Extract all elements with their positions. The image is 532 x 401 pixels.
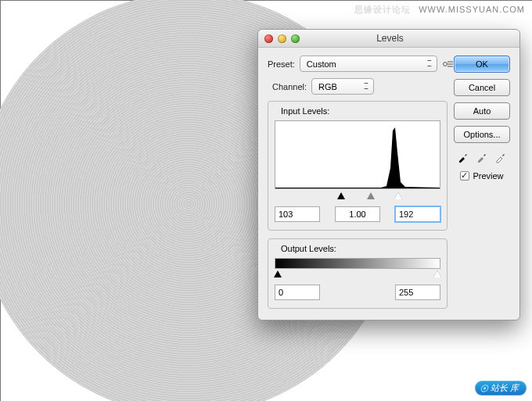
highlight-slider-handle[interactable] (394, 192, 402, 199)
preview-checkbox[interactable] (460, 171, 469, 181)
preview-checkbox-row[interactable]: Preview (454, 171, 510, 181)
channel-select[interactable]: RGB (311, 78, 374, 95)
input-levels-group: Input Levels: (268, 101, 448, 231)
preview-label: Preview (473, 171, 503, 181)
preset-value: Custom (307, 59, 336, 69)
dialog-button-column: OK Cancel Auto Options... Preview (454, 55, 510, 181)
options-button[interactable]: Options... (454, 126, 510, 143)
auto-button[interactable]: Auto (454, 102, 510, 120)
levels-dialog: Levels Preset: Custom Channel: RGB (257, 29, 520, 320)
channel-value: RGB (318, 82, 337, 91)
screenshot-stage: 思缘设计论坛 WWW.MISSYUAN.COM Levels Preset: C… (0, 0, 532, 401)
watermark-top-url: WWW.MISSYUAN.COM (419, 5, 525, 14)
watermark-bottom-text: 站长 (491, 382, 508, 394)
input-highlight-field[interactable] (395, 206, 440, 222)
input-slider[interactable] (276, 192, 439, 202)
output-values-row (275, 285, 440, 300)
dialog-title: Levels (261, 33, 519, 44)
black-eyedropper-icon[interactable] (457, 151, 469, 163)
watermark-bottom: ⦿ 站长 库 (475, 381, 527, 396)
midtone-slider-handle[interactable] (367, 192, 375, 199)
input-midtone-field[interactable] (335, 206, 380, 222)
eyedropper-row (454, 151, 510, 163)
output-highlight-field[interactable] (395, 285, 440, 300)
output-shadow-handle[interactable] (274, 270, 282, 277)
output-slider[interactable] (276, 270, 439, 280)
preset-menu-icon[interactable] (442, 59, 455, 70)
cancel-button[interactable]: Cancel (454, 79, 510, 96)
watermark-bullet-icon: ⦿ (480, 384, 488, 393)
output-gradient (275, 258, 440, 269)
histogram (275, 120, 440, 189)
output-highlight-handle[interactable] (433, 270, 441, 277)
dialog-body: Preset: Custom Channel: RGB Input Levels… (258, 48, 519, 320)
ok-button[interactable]: OK (454, 55, 510, 73)
output-levels-group: Output Levels: (268, 238, 448, 309)
input-values-row (275, 206, 440, 222)
white-eyedropper-icon[interactable] (494, 151, 507, 163)
titlebar[interactable]: Levels (258, 30, 519, 48)
output-levels-label: Output Levels: (278, 244, 340, 253)
preset-label: Preset: (268, 59, 295, 69)
channel-label: Channel: (272, 82, 307, 91)
input-levels-label: Input Levels: (278, 106, 332, 116)
watermark-bottom-text2: 库 (510, 382, 519, 394)
gray-eyedropper-icon[interactable] (476, 151, 488, 163)
output-shadow-field[interactable] (275, 285, 320, 300)
preset-select[interactable]: Custom (300, 55, 437, 72)
shadow-slider-handle[interactable] (337, 192, 345, 199)
watermark-top: 思缘设计论坛 WWW.MISSYUAN.COM (354, 4, 525, 16)
svg-point-0 (443, 62, 447, 66)
watermark-top-text: 思缘设计论坛 (354, 5, 411, 14)
input-shadow-field[interactable] (275, 206, 320, 222)
